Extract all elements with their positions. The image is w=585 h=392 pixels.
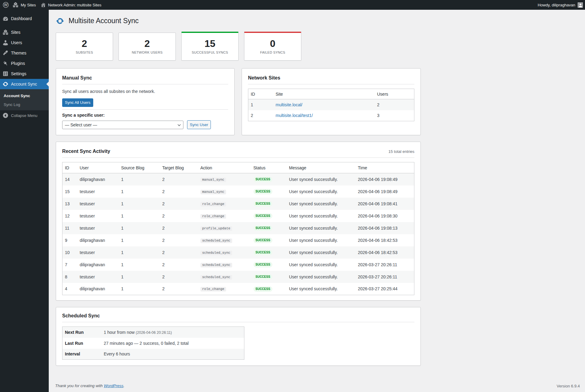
svg-text:W: W <box>4 3 8 7</box>
